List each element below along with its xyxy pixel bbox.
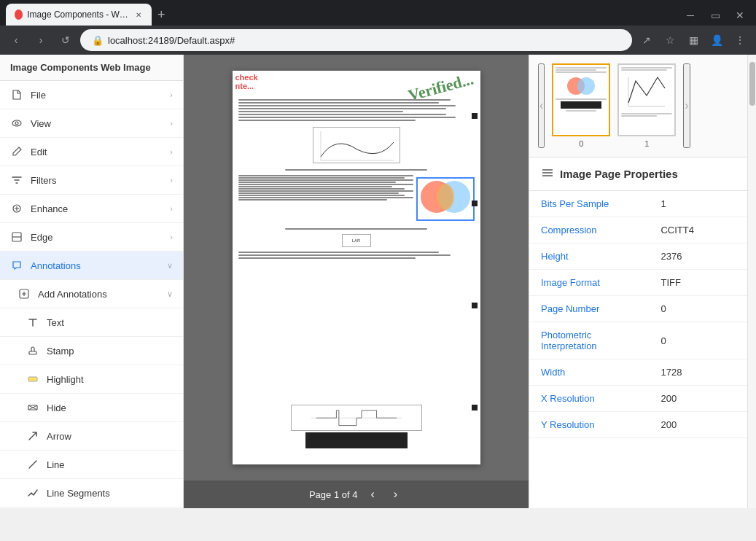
add-annot-icon xyxy=(17,287,31,300)
toolbar-icons: ↗ ☆ ▦ 👤 ⋮ xyxy=(636,30,750,50)
page-info: Page 1 of 4 xyxy=(309,489,358,500)
bookmark-button[interactable]: ☆ xyxy=(660,30,680,50)
tab-close-button[interactable]: ✕ xyxy=(133,9,143,20)
sidebar-item-annotations-label: Annotations xyxy=(31,260,160,271)
page-text-content: LAR xyxy=(238,96,475,362)
sidebar-item-free-draw[interactable]: Free Draw xyxy=(0,507,183,508)
properties-row: Bits Per Sample 1 xyxy=(529,191,747,217)
edge-chevron: › xyxy=(170,233,173,241)
sidebar-item-line-segments[interactable]: Line Segments xyxy=(0,479,183,507)
reload-button[interactable]: ↺ xyxy=(55,30,76,50)
property-value: CCITT4 xyxy=(649,217,747,244)
sidebar-item-filters-label: Filters xyxy=(31,175,163,186)
thumbnail-item-0[interactable]: 0 xyxy=(552,63,610,148)
svg-point-20 xyxy=(437,184,454,210)
sidebar-item-add-annotations[interactable]: Add Annotations ∨ xyxy=(0,280,183,308)
address-bar-row: ‹ › ↺ 🔒 ↗ ☆ ▦ 👤 ⋮ xyxy=(0,26,756,55)
thumbnail-scroll-left[interactable]: ‹ xyxy=(538,63,545,148)
menu-button[interactable]: ⋮ xyxy=(730,30,750,50)
back-button[interactable]: ‹ xyxy=(6,30,26,50)
sidebar-item-arrow[interactable]: Arrow xyxy=(0,422,183,451)
doc-viewer[interactable]: checknte... Verified... xyxy=(184,55,529,480)
property-label: Page Number xyxy=(529,296,649,322)
property-label: Compression xyxy=(529,217,649,244)
property-value: 200 xyxy=(649,412,747,438)
sidebar-item-text-label: Text xyxy=(47,317,173,328)
main-content: checknte... Verified... xyxy=(184,55,529,508)
sidebar-item-hide[interactable]: Hide xyxy=(0,394,183,422)
add-annot-chevron: ∨ xyxy=(167,289,173,299)
stamp-icon xyxy=(26,344,39,357)
sidebar-item-edge-label: Edge xyxy=(31,232,163,243)
address-bar[interactable]: 🔒 xyxy=(80,29,632,51)
property-value: 2376 xyxy=(649,244,747,270)
prev-page-button[interactable]: ‹ xyxy=(365,486,380,502)
properties-row: X Resolution 200 xyxy=(529,386,747,412)
line-icon xyxy=(26,458,39,471)
property-value: TIFF xyxy=(649,270,747,296)
thumbnail-strip: ‹ xyxy=(529,55,747,157)
thumbnail-img-0[interactable] xyxy=(552,63,610,136)
property-label: Width xyxy=(529,359,649,386)
highlight-icon xyxy=(26,373,39,386)
split-view-button[interactable]: ▦ xyxy=(683,30,704,50)
close-browser-button[interactable]: ✕ xyxy=(730,5,750,26)
thumbnail-num-1: 1 xyxy=(644,139,649,148)
line-segments-icon xyxy=(26,486,39,499)
file-chevron: › xyxy=(170,90,173,99)
sidebar-item-file[interactable]: File › xyxy=(0,81,183,109)
edge-icon xyxy=(10,230,23,244)
sidebar-item-edge[interactable]: Edge › xyxy=(0,223,183,252)
properties-row: Compression CCITT4 xyxy=(529,217,747,244)
sidebar-item-edit[interactable]: Edit › xyxy=(0,138,183,166)
property-label: Y Resolution xyxy=(529,412,649,438)
properties-title: Image Page Properties xyxy=(560,168,678,180)
forward-button[interactable]: › xyxy=(31,30,51,50)
properties-row: Width 1728 xyxy=(529,359,747,386)
page-container: checknte... Verified... xyxy=(233,71,480,464)
sidebar-item-annotations[interactable]: Annotations ∨ xyxy=(0,252,183,280)
sidebar-item-highlight[interactable]: Highlight xyxy=(0,365,183,394)
sidebar-item-highlight-label: Highlight xyxy=(47,374,173,385)
file-icon xyxy=(10,88,23,101)
sidebar-item-stamp[interactable]: Stamp xyxy=(0,337,183,365)
properties-panel: Image Page Properties Bits Per Sample 1 … xyxy=(529,157,747,508)
sidebar-item-filters[interactable]: Filters › xyxy=(0,166,183,195)
share-button[interactable]: ↗ xyxy=(636,30,657,50)
profile-button[interactable]: 👤 xyxy=(706,30,727,50)
url-input[interactable] xyxy=(108,35,620,46)
hide-icon xyxy=(26,401,39,414)
filter-icon xyxy=(10,174,23,187)
properties-row: Image Format TIFF xyxy=(529,270,747,296)
annotations-icon xyxy=(10,259,23,272)
browser-tab-bar: Image Components - Web Imag... ✕ + ─ ▭ ✕ xyxy=(0,0,756,26)
thumbnail-item-1[interactable]: 1 xyxy=(617,63,676,148)
page-nav: Page 1 of 4 ‹ › xyxy=(184,480,529,508)
sidebar-item-text[interactable]: Text xyxy=(0,308,183,337)
browser-tab[interactable]: Image Components - Web Imag... ✕ xyxy=(6,4,152,26)
minimize-button[interactable]: ─ xyxy=(680,5,701,26)
annotations-chevron: ∨ xyxy=(167,261,173,270)
thumbnail-scroll-right[interactable]: › xyxy=(683,63,690,148)
restore-button[interactable]: ▭ xyxy=(705,5,725,26)
sidebar-item-view[interactable]: View › xyxy=(0,109,183,138)
tab-title: Image Components - Web Imag... xyxy=(27,9,129,20)
tab-favicon xyxy=(15,9,23,20)
properties-row: Height 2376 xyxy=(529,244,747,270)
property-value: 0 xyxy=(649,296,747,322)
list-icon xyxy=(541,166,554,182)
thumbnail-num-0: 0 xyxy=(579,139,583,148)
new-tab-button[interactable]: + xyxy=(152,4,171,26)
app-layout: Image Components Web Image File › View ›… xyxy=(0,55,756,508)
properties-header: Image Page Properties xyxy=(529,157,747,191)
sidebar-item-line[interactable]: Line xyxy=(0,451,183,479)
sidebar-item-edit-label: Edit xyxy=(31,147,163,157)
sidebar-item-enhance[interactable]: Enhance › xyxy=(0,195,183,223)
property-value: 1728 xyxy=(649,359,747,386)
thumbnail-img-1[interactable] xyxy=(617,63,676,136)
scrollbar-thumb[interactable] xyxy=(749,62,755,106)
next-page-button[interactable]: › xyxy=(388,486,403,502)
right-scrollbar[interactable] xyxy=(747,55,756,508)
property-label: Image Format xyxy=(529,270,649,296)
property-label: Photometric Interpretation xyxy=(529,322,649,359)
